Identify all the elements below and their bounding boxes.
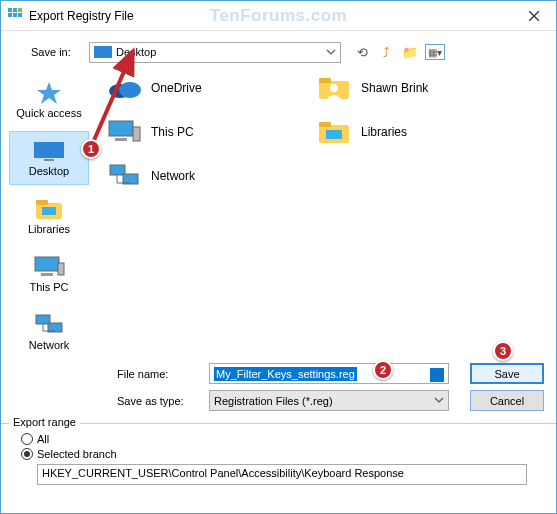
radio-icon <box>21 433 33 445</box>
file-label: This PC <box>151 125 194 139</box>
chevron-down-icon <box>326 47 336 59</box>
back-icon[interactable]: ⟲ <box>353 43 371 61</box>
chevron-down-icon <box>430 368 444 382</box>
svg-rect-2 <box>18 8 22 12</box>
svg-rect-26 <box>109 121 133 136</box>
saveastype-value: Registration Files (*.reg) <box>214 395 333 407</box>
place-desktop[interactable]: Desktop <box>9 131 89 185</box>
save-button[interactable]: Save <box>470 363 544 384</box>
filename-value: My_Filter_Keys_settings.reg <box>214 367 357 381</box>
file-item-onedrive[interactable]: OneDrive <box>105 73 305 103</box>
bottom-inputs: File name: My_Filter_Keys_settings.reg S… <box>1 363 556 411</box>
radio-icon <box>21 448 33 460</box>
svg-rect-3 <box>8 13 12 17</box>
close-button[interactable] <box>511 1 556 30</box>
export-range-legend: Export range <box>9 416 80 428</box>
svg-rect-10 <box>44 159 54 161</box>
svg-rect-1 <box>13 8 17 12</box>
toolbar-icons: ⟲ ⤴ 📁 ▦▾ <box>353 43 445 61</box>
place-label: Quick access <box>16 107 81 119</box>
watermark: TenForums.com <box>210 6 347 26</box>
saveastype-combo[interactable]: Registration Files (*.reg) <box>209 390 449 411</box>
branch-path-input[interactable]: HKEY_CURRENT_USER\Control Panel\Accessib… <box>37 464 527 485</box>
places-bar: Quick access Desktop Libraries This PC N… <box>1 67 97 363</box>
desktop-mini-icon <box>94 46 112 58</box>
chevron-down-icon <box>434 395 444 407</box>
save-in-value: Desktop <box>116 46 156 58</box>
up-icon[interactable]: ⤴ <box>377 43 395 61</box>
file-item-thispc[interactable]: This PC <box>105 117 305 147</box>
svg-rect-15 <box>41 273 53 276</box>
svg-rect-27 <box>115 138 127 141</box>
svg-rect-4 <box>13 13 17 17</box>
regedit-icon <box>7 6 23 26</box>
quickaccess-icon <box>32 81 66 105</box>
file-label: Libraries <box>361 125 407 139</box>
svg-rect-13 <box>42 207 56 215</box>
main-area: Quick access Desktop Libraries This PC N… <box>1 67 556 363</box>
titlebar: Export Registry File TenForums.com <box>1 1 556 31</box>
export-registry-dialog: Export Registry File TenForums.com Save … <box>0 0 557 514</box>
save-in-row: Save in: Desktop ⟲ ⤴ 📁 ▦▾ <box>1 31 556 67</box>
place-thispc[interactable]: This PC <box>9 247 89 301</box>
svg-rect-31 <box>326 130 342 139</box>
svg-rect-28 <box>133 127 140 141</box>
radio-label: All <box>37 433 49 445</box>
user-folder-icon <box>315 73 353 103</box>
filename-input[interactable]: My_Filter_Keys_settings.reg <box>209 363 449 384</box>
libraries-icon <box>32 197 66 221</box>
svg-rect-5 <box>18 13 22 17</box>
libraries-icon <box>315 117 353 147</box>
place-libraries[interactable]: Libraries <box>9 189 89 243</box>
annotation-badge-1: 1 <box>81 139 101 159</box>
place-label: Libraries <box>28 223 70 235</box>
svg-marker-8 <box>37 82 61 104</box>
file-label: OneDrive <box>151 81 202 95</box>
save-in-combo[interactable]: Desktop <box>89 42 341 63</box>
file-label: Network <box>151 169 195 183</box>
place-quickaccess[interactable]: Quick access <box>9 73 89 127</box>
svg-rect-9 <box>34 142 64 158</box>
onedrive-icon <box>105 73 143 103</box>
svg-rect-14 <box>35 257 59 271</box>
svg-rect-30 <box>319 122 331 127</box>
radio-all[interactable]: All <box>21 433 540 445</box>
svg-point-22 <box>119 82 141 98</box>
window-title: Export Registry File <box>29 9 134 23</box>
cancel-button[interactable]: Cancel <box>470 390 544 411</box>
network-icon <box>105 161 143 191</box>
newfolder-icon[interactable]: 📁 <box>401 43 419 61</box>
thispc-icon <box>105 117 143 147</box>
place-label: Desktop <box>29 165 69 177</box>
file-item-user[interactable]: Shawn Brink <box>315 73 495 103</box>
saveastype-label: Save as type: <box>117 395 199 407</box>
place-label: Network <box>29 339 69 351</box>
place-network[interactable]: Network <box>9 305 89 359</box>
annotation-badge-2: 2 <box>373 360 393 380</box>
network-icon <box>32 313 66 337</box>
file-label: Shawn Brink <box>361 81 428 95</box>
svg-point-25 <box>330 84 338 92</box>
thispc-icon <box>32 255 66 279</box>
file-item-network[interactable]: Network <box>105 161 305 191</box>
svg-rect-0 <box>8 8 12 12</box>
annotation-badge-3: 3 <box>493 341 513 361</box>
svg-rect-16 <box>58 263 64 275</box>
views-icon[interactable]: ▦▾ <box>425 44 445 60</box>
radio-label: Selected branch <box>37 448 117 460</box>
desktop-icon <box>32 139 66 163</box>
svg-rect-24 <box>319 78 331 83</box>
filename-label: File name: <box>117 368 199 380</box>
radio-selected-branch[interactable]: Selected branch <box>21 448 540 460</box>
place-label: This PC <box>29 281 68 293</box>
svg-rect-12 <box>36 200 48 205</box>
save-in-label: Save in: <box>31 46 83 58</box>
export-range-group: Export range All Selected branch HKEY_CU… <box>1 423 556 495</box>
file-item-libraries[interactable]: Libraries <box>315 117 495 147</box>
file-list[interactable]: OneDrive Shawn Brink This PC Libraries N… <box>97 67 556 363</box>
branch-path-value: HKEY_CURRENT_USER\Control Panel\Accessib… <box>42 467 404 479</box>
